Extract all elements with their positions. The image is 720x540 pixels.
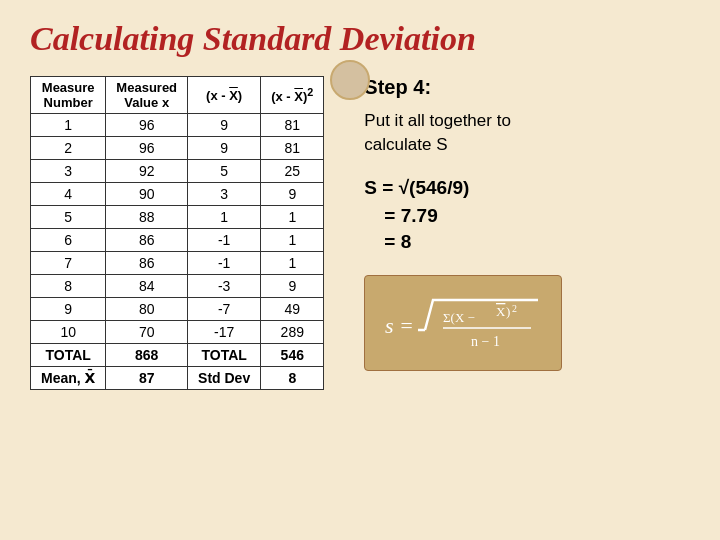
table-row: TOTAL868TOTAL546 xyxy=(31,344,324,367)
table-cell-diff: -17 xyxy=(188,321,261,344)
table-cell-diff_sq: 1 xyxy=(261,206,324,229)
table-cell-diff_sq: 9 xyxy=(261,275,324,298)
step-desc-line1: Put it all together to xyxy=(364,111,510,130)
table-cell-diff: 3 xyxy=(188,183,261,206)
table-row: 786-11 xyxy=(31,252,324,275)
content-area: MeasureNumber MeasuredValue x (x - X) (x… xyxy=(30,76,690,390)
formula-line2: = 7.79 xyxy=(384,205,690,227)
svg-text:Σ(X −: Σ(X − xyxy=(443,310,475,325)
table-row: 884-39 xyxy=(31,275,324,298)
table-cell-measure: 3 xyxy=(31,160,106,183)
table-cell-measure: Mean, X̄ xyxy=(31,367,106,390)
svg-text:2: 2 xyxy=(512,303,517,314)
table-row: 1070-17289 xyxy=(31,321,324,344)
table-cell-measure: 1 xyxy=(31,114,106,137)
table-cell-measure: 8 xyxy=(31,275,106,298)
svg-text:n − 1: n − 1 xyxy=(471,334,500,349)
svg-text:s =: s = xyxy=(385,313,414,338)
table-cell-diff: TOTAL xyxy=(188,344,261,367)
table-cell-diff_sq: 9 xyxy=(261,183,324,206)
formula-svg: s = Σ(X − X ) 2 n − 1 xyxy=(383,288,543,358)
table-cell-diff_sq: 289 xyxy=(261,321,324,344)
table-cell-value: 96 xyxy=(106,137,188,160)
table-cell-measure: 4 xyxy=(31,183,106,206)
table-cell-value: 92 xyxy=(106,160,188,183)
table-cell-value: 80 xyxy=(106,298,188,321)
table-cell-value: 96 xyxy=(106,114,188,137)
right-panel: Step 4: Put it all together to calculate… xyxy=(354,76,690,375)
table-cell-diff: -1 xyxy=(188,252,261,275)
data-table: MeasureNumber MeasuredValue x (x - X) (x… xyxy=(30,76,324,390)
table-cell-value: 88 xyxy=(106,206,188,229)
table-cell-diff_sq: 546 xyxy=(261,344,324,367)
formula-line1: S = √(546/9) xyxy=(364,177,690,199)
circle-decoration xyxy=(330,60,370,100)
table-row: 392525 xyxy=(31,160,324,183)
table-cell-measure: 10 xyxy=(31,321,106,344)
table-cell-measure: 7 xyxy=(31,252,106,275)
step-desc-line2: calculate S xyxy=(364,135,447,154)
table-cell-diff: 9 xyxy=(188,114,261,137)
formula-line3: = 8 xyxy=(384,231,690,253)
svg-text:): ) xyxy=(506,304,510,319)
table-row: 196981 xyxy=(31,114,324,137)
table-cell-diff_sq: 1 xyxy=(261,252,324,275)
table-cell-diff: 5 xyxy=(188,160,261,183)
table-row: 980-749 xyxy=(31,298,324,321)
col-header-value: MeasuredValue x xyxy=(106,77,188,114)
table-cell-value: 86 xyxy=(106,229,188,252)
table-row: 686-11 xyxy=(31,229,324,252)
col-header-diffsq: (x - X)2 xyxy=(261,77,324,114)
step-label: Step 4: xyxy=(364,76,690,99)
table-cell-diff: -7 xyxy=(188,298,261,321)
table-cell-diff_sq: 1 xyxy=(261,229,324,252)
table-cell-value: 90 xyxy=(106,183,188,206)
table-row: Mean, X̄87Std Dev8 xyxy=(31,367,324,390)
table-cell-diff_sq: 25 xyxy=(261,160,324,183)
table-cell-diff_sq: 81 xyxy=(261,114,324,137)
page: Calculating Standard Deviation MeasureNu… xyxy=(0,0,720,540)
table-row: 58811 xyxy=(31,206,324,229)
col-header-measure: MeasureNumber xyxy=(31,77,106,114)
table-row: 49039 xyxy=(31,183,324,206)
formula-box: s = Σ(X − X ) 2 n − 1 xyxy=(364,275,562,371)
table-cell-diff: 1 xyxy=(188,206,261,229)
table-container: MeasureNumber MeasuredValue x (x - X) (x… xyxy=(30,76,324,390)
svg-text:X: X xyxy=(496,304,506,319)
table-row: 296981 xyxy=(31,137,324,160)
table-cell-diff: Std Dev xyxy=(188,367,261,390)
step-description: Put it all together to calculate S xyxy=(364,109,690,157)
table-cell-diff: -3 xyxy=(188,275,261,298)
table-cell-value: 87 xyxy=(106,367,188,390)
table-cell-value: 868 xyxy=(106,344,188,367)
table-cell-measure: 5 xyxy=(31,206,106,229)
table-cell-measure: 2 xyxy=(31,137,106,160)
table-cell-measure: 6 xyxy=(31,229,106,252)
table-cell-measure: 9 xyxy=(31,298,106,321)
table-cell-value: 84 xyxy=(106,275,188,298)
table-cell-diff: -1 xyxy=(188,229,261,252)
table-cell-value: 70 xyxy=(106,321,188,344)
table-cell-value: 86 xyxy=(106,252,188,275)
table-cell-diff_sq: 81 xyxy=(261,137,324,160)
table-cell-diff_sq: 8 xyxy=(261,367,324,390)
col-header-diff: (x - X) xyxy=(188,77,261,114)
table-cell-diff_sq: 49 xyxy=(261,298,324,321)
table-cell-diff: 9 xyxy=(188,137,261,160)
page-title: Calculating Standard Deviation xyxy=(30,20,690,58)
table-cell-measure: TOTAL xyxy=(31,344,106,367)
